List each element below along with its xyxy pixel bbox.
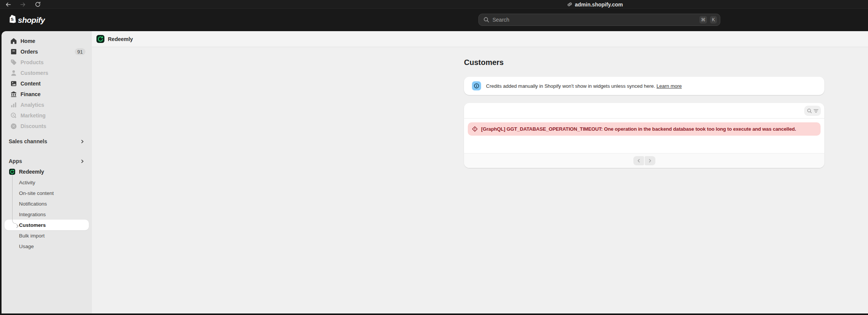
content-icon	[10, 80, 17, 87]
filter-icon	[813, 108, 819, 114]
sidebar-item-label: Products	[21, 59, 44, 65]
sidebar-section-apps[interactable]: Apps	[5, 156, 89, 166]
sidebar-app-item-activity[interactable]: Activity	[5, 177, 89, 188]
shopify-logo[interactable]: S shopify	[9, 14, 45, 27]
app-item-label: Integrations	[19, 212, 46, 217]
sidebar-item-analytics[interactable]: Analytics	[5, 100, 89, 110]
chevron-left-icon	[637, 158, 641, 163]
browser-forward-icon[interactable]	[20, 2, 26, 7]
app-top-bar: Redeemly	[92, 31, 868, 47]
main-area: Redeemly Customers Credits added manuall…	[92, 31, 868, 313]
next-page-button[interactable]	[645, 156, 655, 165]
sidebar-app-item-notifications[interactable]: Notifications	[5, 198, 89, 209]
finance-icon	[10, 90, 17, 98]
previous-page-button[interactable]	[633, 156, 644, 165]
shortcut-cmd-key: ⌘	[699, 16, 707, 24]
sidebar: Home Orders 91 Products Customers Conten…	[2, 31, 92, 313]
sidebar-item-label: Content	[21, 81, 41, 87]
discounts-icon	[10, 122, 17, 130]
shopify-top-bar: S shopify ⌘ K	[0, 9, 868, 31]
sidebar-item-marketing[interactable]: Marketing	[5, 110, 89, 121]
sidebar-item-customers[interactable]: Customers	[5, 68, 89, 78]
orders-icon	[10, 48, 17, 55]
alert-diamond-icon	[472, 126, 478, 132]
app-bar-title: Redeemly	[108, 36, 133, 42]
app-item-label: On-site content	[19, 190, 54, 196]
redeemly-app-icon	[9, 169, 15, 175]
search-icon	[483, 17, 489, 23]
app-item-label: Activity	[19, 180, 35, 185]
analytics-icon	[10, 101, 17, 109]
pagination	[633, 156, 655, 165]
sidebar-item-home[interactable]: Home	[5, 36, 89, 46]
sidebar-item-label: Home	[21, 38, 35, 44]
section-label: Sales channels	[9, 138, 47, 144]
sidebar-item-products[interactable]: Products	[5, 57, 89, 68]
sidebar-app-item-integrations[interactable]: Integrations	[5, 209, 89, 220]
browser-back-icon[interactable]	[5, 2, 11, 7]
svg-text:S: S	[11, 17, 14, 21]
sidebar-item-label: Orders	[21, 49, 38, 55]
address-bar[interactable]: admin.shopify.com	[567, 0, 623, 9]
app-name-label: Redeemly	[19, 169, 44, 175]
search-icon	[807, 108, 812, 114]
sidebar-item-discounts[interactable]: Discounts	[5, 121, 89, 131]
app-item-label: Notifications	[19, 201, 47, 207]
sidebar-item-finance[interactable]: Finance	[5, 89, 89, 100]
chevron-right-icon	[80, 139, 84, 144]
info-icon	[472, 81, 481, 90]
sidebar-app-item-on-site-content[interactable]: On-site content	[5, 188, 89, 198]
sidebar-item-label: Marketing	[21, 112, 46, 119]
sidebar-app-redeemly[interactable]: Redeemly	[5, 166, 89, 177]
search-input[interactable]	[492, 17, 696, 23]
search-and-filter-button[interactable]	[804, 106, 821, 116]
app-item-label: Customers	[19, 222, 46, 228]
sidebar-item-label: Discounts	[21, 123, 46, 129]
chevron-right-icon	[80, 159, 84, 163]
section-label: Apps	[9, 158, 22, 164]
home-icon	[10, 37, 17, 45]
sidebar-app-item-customers-selected[interactable]: Customers	[5, 220, 89, 230]
learn-more-link[interactable]: Learn more	[657, 83, 682, 89]
error-banner: [GraphQL] GGT_DATABASE_OPERATION_TIMEOUT…	[468, 122, 821, 136]
redeemly-app-icon	[96, 35, 104, 43]
customers-table-card: [GraphQL] GGT_DATABASE_OPERATION_TIMEOUT…	[464, 103, 824, 168]
url-text: admin.shopify.com	[575, 2, 623, 8]
customers-icon	[10, 69, 17, 77]
sidebar-item-content[interactable]: Content	[5, 78, 89, 89]
sidebar-app-item-bulk-import[interactable]: Bulk import	[5, 230, 89, 241]
shortcut-k-key: K	[710, 16, 717, 24]
info-banner-text: Credits added manually in Shopify won't …	[486, 83, 655, 89]
table-footer	[464, 153, 824, 168]
error-message-text: [GraphQL] GGT_DATABASE_OPERATION_TIMEOUT…	[481, 126, 796, 132]
sidebar-item-label: Finance	[21, 91, 41, 97]
page-title: Customers	[464, 57, 824, 68]
table-toolbar	[464, 103, 824, 119]
shopify-wordmark: shopify	[18, 16, 45, 24]
browser-reload-icon[interactable]	[35, 2, 41, 7]
global-search[interactable]: ⌘ K	[478, 14, 720, 26]
sidebar-item-label: Analytics	[21, 102, 44, 108]
link-icon	[567, 2, 572, 7]
sidebar-app-item-usage[interactable]: Usage	[5, 241, 89, 252]
orders-count-badge: 91	[75, 48, 85, 55]
browser-chrome: admin.shopify.com	[0, 0, 868, 9]
sidebar-section-sales-channels[interactable]: Sales channels	[5, 136, 89, 147]
sidebar-item-label: Customers	[21, 70, 48, 76]
info-banner: Credits added manually in Shopify won't …	[464, 77, 824, 95]
products-icon	[10, 59, 17, 66]
sidebar-item-orders[interactable]: Orders 91	[5, 46, 89, 57]
app-item-label: Usage	[19, 244, 34, 249]
marketing-icon	[10, 112, 17, 119]
chevron-right-icon	[648, 158, 652, 163]
app-item-label: Bulk import	[19, 233, 45, 239]
